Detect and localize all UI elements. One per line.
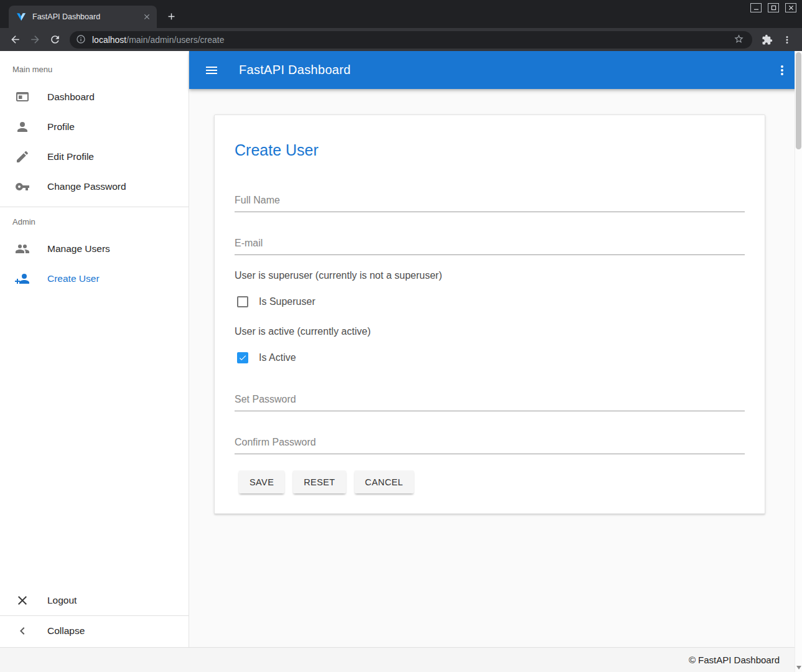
app-footer: © FastAPI Dashboard (0, 647, 802, 672)
forward-icon[interactable] (26, 31, 44, 49)
bookmark-star-icon[interactable] (734, 34, 746, 46)
sidebar-item-logout[interactable]: Logout (0, 586, 189, 615)
tab-close-icon[interactable] (142, 12, 152, 22)
tab-title: FastAPI Dashboard (32, 12, 142, 21)
is-superuser-row: Is Superuser (235, 294, 745, 309)
close-icon (15, 593, 30, 608)
form-buttons: SAVE RESET CANCEL (235, 470, 745, 493)
cancel-button[interactable]: CANCEL (355, 470, 414, 493)
browser-window: FastAPI Dashboard (0, 0, 802, 672)
footer-copyright: © FastAPI Dashboard (689, 655, 780, 665)
window-controls (750, 3, 796, 12)
window-minimize-button[interactable] (750, 3, 762, 12)
app-bar-title: FastAPI Dashboard (239, 63, 351, 77)
url-host: localhost (92, 35, 126, 45)
create-user-card: Create User Full Name E-mail User is sup… (214, 114, 765, 514)
is-active-label: Is Active (259, 352, 296, 363)
new-tab-button[interactable] (163, 8, 179, 24)
extensions-icon[interactable] (758, 31, 776, 49)
full-name-label: Full Name (235, 194, 745, 206)
site-info-icon[interactable] (76, 34, 87, 45)
sidebar-item-edit-profile[interactable]: Edit Profile (0, 142, 189, 172)
reset-button[interactable]: RESET (293, 470, 345, 493)
sidebar-item-collapse[interactable]: Collapse (0, 616, 189, 646)
superuser-hint: User is superuser (currently is not a su… (235, 270, 745, 281)
sidebar-item-label: Logout (47, 595, 77, 606)
window-close-button[interactable] (785, 3, 796, 12)
confirm-password-field[interactable]: Confirm Password (235, 436, 745, 454)
sidebar-item-dashboard[interactable]: Dashboard (0, 82, 189, 112)
sidebar-item-change-password[interactable]: Change Password (0, 172, 189, 202)
people-icon (15, 241, 30, 256)
app-shell: Main menu Dashboard Profile Edit Profile (0, 51, 802, 647)
set-password-field[interactable]: Set Password (235, 393, 745, 411)
browser-toolbar: localhost/main/admin/users/create (0, 28, 802, 51)
browser-menu-icon[interactable] (778, 31, 796, 49)
dashboard-icon (15, 90, 30, 105)
back-icon[interactable] (6, 31, 24, 49)
full-name-field[interactable]: Full Name (235, 194, 745, 212)
window-maximize-button[interactable] (768, 3, 779, 12)
sidebar-item-label: Edit Profile (47, 151, 94, 162)
sidebar-item-label: Collapse (47, 625, 85, 637)
toolbar-right (757, 31, 797, 49)
main-area: FastAPI Dashboard Create User Full Name … (189, 51, 802, 647)
save-button[interactable]: SAVE (239, 470, 284, 493)
scrollbar-thumb[interactable] (796, 52, 801, 149)
sidebar-header-main-menu: Main menu (0, 51, 189, 82)
app-bar-overflow-menu-icon[interactable] (775, 63, 790, 78)
address-bar[interactable]: localhost/main/admin/users/create (70, 31, 752, 49)
set-password-label: Set Password (235, 393, 745, 405)
pencil-icon (15, 149, 30, 164)
reload-icon[interactable] (46, 31, 63, 49)
sidebar-item-create-user[interactable]: Create User (0, 264, 189, 294)
sidebar-item-label: Manage Users (47, 243, 110, 254)
page-title: Create User (235, 141, 745, 159)
sidebar-item-manage-users[interactable]: Manage Users (0, 234, 189, 264)
browser-tab-strip: FastAPI Dashboard (0, 0, 802, 28)
scrollbar-down-arrow-icon[interactable] (796, 666, 801, 670)
chevron-left-icon (15, 623, 30, 638)
vuetify-favicon-icon (16, 12, 26, 22)
is-superuser-label: Is Superuser (259, 296, 315, 307)
app-bar: FastAPI Dashboard (189, 51, 802, 89)
url-path: /main/admin/users/create (126, 35, 224, 45)
sidebar-bottom: Logout Collapse (0, 586, 189, 647)
sidebar-header-admin: Admin (0, 207, 189, 234)
person-add-icon (15, 271, 30, 286)
sidebar-item-profile[interactable]: Profile (0, 112, 189, 142)
active-hint: User is active (currently active) (235, 326, 745, 337)
confirm-password-label: Confirm Password (235, 436, 745, 448)
key-icon (15, 179, 30, 194)
sidebar-item-label: Dashboard (47, 91, 95, 103)
browser-tab[interactable]: FastAPI Dashboard (9, 6, 157, 28)
is-superuser-checkbox[interactable] (237, 296, 248, 307)
hamburger-menu-icon[interactable] (204, 63, 219, 78)
url-text: localhost/main/admin/users/create (92, 35, 734, 45)
sidebar-item-label: Profile (47, 121, 75, 133)
sidebar: Main menu Dashboard Profile Edit Profile (0, 51, 189, 647)
sidebar-item-label: Change Password (47, 181, 126, 192)
is-active-row: Is Active (235, 350, 745, 365)
email-field[interactable]: E-mail (235, 237, 745, 255)
page-scrollbar[interactable] (795, 51, 802, 672)
is-active-checkbox[interactable] (237, 352, 248, 363)
sidebar-item-label: Create User (47, 273, 100, 284)
page-content: Create User Full Name E-mail User is sup… (189, 89, 802, 647)
email-label: E-mail (235, 237, 745, 249)
person-icon (15, 119, 30, 134)
